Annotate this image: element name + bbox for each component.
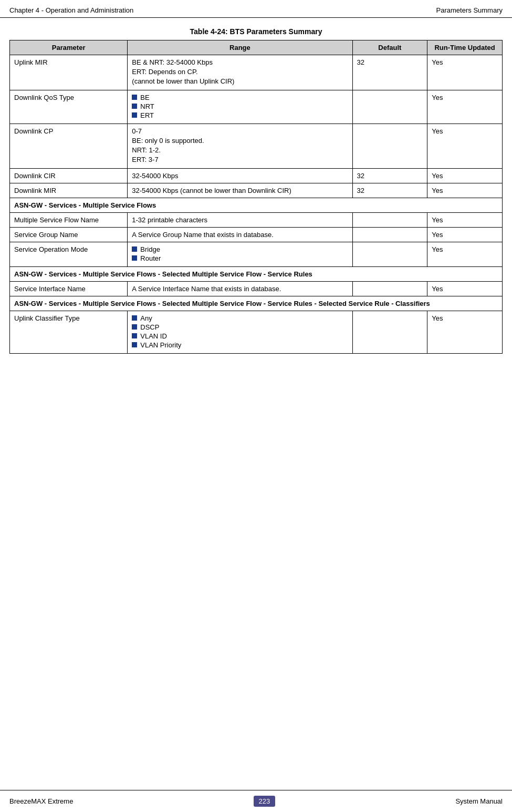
- bullet-square-icon: [132, 246, 137, 252]
- table-row: Service Group NameA Service Group Name t…: [10, 228, 503, 242]
- bullet-square-icon: [132, 95, 137, 100]
- table-row: Multiple Service Flow Name1-32 printable…: [10, 213, 503, 228]
- default-cell: [352, 90, 427, 124]
- runtime-cell: Yes: [427, 169, 503, 183]
- bullet-item: VLAN ID: [132, 332, 348, 340]
- param-cell: Uplink MIR: [10, 55, 128, 90]
- table-row: Uplink MIRBE & NRT: 32-54000 KbpsERT: De…: [10, 55, 503, 90]
- main-content: Table 4-24: BTS Parameters Summary Param…: [0, 18, 512, 385]
- bullet-item: ERT: [132, 111, 348, 119]
- range-cell: AnyDSCPVLAN IDVLAN Priority: [128, 311, 352, 354]
- header-left: Chapter 4 - Operation and Administration: [9, 6, 133, 14]
- table-header-row: Parameter Range Default Run-Time Updated: [10, 40, 503, 55]
- footer-left: BreezeMAX Extreme: [9, 797, 73, 805]
- default-cell: [352, 242, 427, 267]
- bullet-text: VLAN Priority: [140, 341, 181, 349]
- runtime-cell: Yes: [427, 213, 503, 228]
- bullet-square-icon: [132, 255, 137, 261]
- bullet-text: BE: [140, 94, 149, 101]
- bullet-item: NRT: [132, 102, 348, 110]
- bullet-item: VLAN Priority: [132, 341, 348, 349]
- bullet-square-icon: [132, 342, 137, 347]
- range-cell: 1-32 printable characters: [128, 213, 352, 228]
- runtime-cell: Yes: [427, 55, 503, 90]
- col-header-param: Parameter: [10, 40, 128, 55]
- range-cell: 32-54000 Kbps (cannot be lower than Down…: [128, 183, 352, 198]
- table-row: Downlink CIR32-54000 Kbps32Yes: [10, 169, 503, 183]
- section-header-cell: ASN-GW - Services - Multiple Service Flo…: [10, 267, 503, 282]
- runtime-cell: Yes: [427, 124, 503, 169]
- default-cell: 32: [352, 183, 427, 198]
- parameters-table: Parameter Range Default Run-Time Updated…: [9, 40, 503, 354]
- range-cell: BridgeRouter: [128, 242, 352, 267]
- table-title: Table 4-24: BTS Parameters Summary: [9, 27, 503, 36]
- default-cell: [352, 282, 427, 296]
- range-cell: A Service Group Name that exists in data…: [128, 228, 352, 242]
- bullet-square-icon: [132, 112, 137, 118]
- param-cell: Multiple Service Flow Name: [10, 213, 128, 228]
- table-row: Service Interface NameA Service Interfac…: [10, 282, 503, 296]
- bullet-text: VLAN ID: [140, 332, 167, 340]
- page-footer: BreezeMAX Extreme 223 System Manual: [0, 790, 512, 812]
- runtime-cell: Yes: [427, 311, 503, 354]
- bullet-text: Router: [140, 254, 161, 262]
- bullet-square-icon: [132, 315, 137, 321]
- table-row: Service Operation ModeBridgeRouterYes: [10, 242, 503, 267]
- table-row: ASN-GW - Services - Multiple Service Flo…: [10, 198, 503, 213]
- bullet-text: Any: [140, 314, 152, 322]
- param-cell: Downlink CIR: [10, 169, 128, 183]
- page-header: Chapter 4 - Operation and Administration…: [0, 0, 512, 18]
- range-cell: BE & NRT: 32-54000 KbpsERT: Depends on C…: [128, 55, 352, 90]
- param-cell: Service Interface Name: [10, 282, 128, 296]
- runtime-cell: Yes: [427, 282, 503, 296]
- range-cell: 32-54000 Kbps: [128, 169, 352, 183]
- default-cell: 32: [352, 55, 427, 90]
- table-row: Uplink Classifier TypeAnyDSCPVLAN IDVLAN…: [10, 311, 503, 354]
- default-cell: 32: [352, 169, 427, 183]
- bullet-item: Router: [132, 254, 348, 262]
- table-row: Downlink CP0-7BE: only 0 is supported.NR…: [10, 124, 503, 169]
- bullet-text: NRT: [140, 102, 154, 110]
- param-cell: Downlink QoS Type: [10, 90, 128, 124]
- bullet-square-icon: [132, 333, 137, 338]
- bullet-square-icon: [132, 324, 137, 330]
- range-cell: 0-7BE: only 0 is supported.NRT: 1-2.ERT:…: [128, 124, 352, 169]
- header-right: Parameters Summary: [436, 6, 503, 14]
- bullet-square-icon: [132, 104, 137, 109]
- param-cell: Downlink CP: [10, 124, 128, 169]
- bullet-item: BE: [132, 94, 348, 101]
- param-cell: Uplink Classifier Type: [10, 311, 128, 354]
- param-cell: Service Group Name: [10, 228, 128, 242]
- page-number: 223: [254, 796, 276, 807]
- range-cell: A Service Interface Name that exists in …: [128, 282, 352, 296]
- param-cell: Service Operation Mode: [10, 242, 128, 267]
- bullet-item: DSCP: [132, 323, 348, 331]
- bullet-text: ERT: [140, 111, 154, 119]
- section-header-cell: ASN-GW - Services - Multiple Service Flo…: [10, 296, 503, 311]
- default-cell: [352, 228, 427, 242]
- col-header-default: Default: [352, 40, 427, 55]
- runtime-cell: Yes: [427, 242, 503, 267]
- bullet-item: Bridge: [132, 245, 348, 253]
- default-cell: [352, 311, 427, 354]
- bullet-text: Bridge: [140, 245, 160, 253]
- table-row: ASN-GW - Services - Multiple Service Flo…: [10, 296, 503, 311]
- default-cell: [352, 213, 427, 228]
- col-header-range: Range: [128, 40, 352, 55]
- table-row: Downlink QoS TypeBENRTERTYes: [10, 90, 503, 124]
- runtime-cell: Yes: [427, 90, 503, 124]
- bullet-text: DSCP: [140, 323, 159, 331]
- bullet-item: Any: [132, 314, 348, 322]
- runtime-cell: Yes: [427, 183, 503, 198]
- default-cell: [352, 124, 427, 169]
- footer-right: System Manual: [455, 797, 503, 805]
- table-row: Downlink MIR32-54000 Kbps (cannot be low…: [10, 183, 503, 198]
- section-header-cell: ASN-GW - Services - Multiple Service Flo…: [10, 198, 503, 213]
- param-cell: Downlink MIR: [10, 183, 128, 198]
- col-header-runtime: Run-Time Updated: [427, 40, 503, 55]
- range-cell: BENRTERT: [128, 90, 352, 124]
- table-row: ASN-GW - Services - Multiple Service Flo…: [10, 267, 503, 282]
- runtime-cell: Yes: [427, 228, 503, 242]
